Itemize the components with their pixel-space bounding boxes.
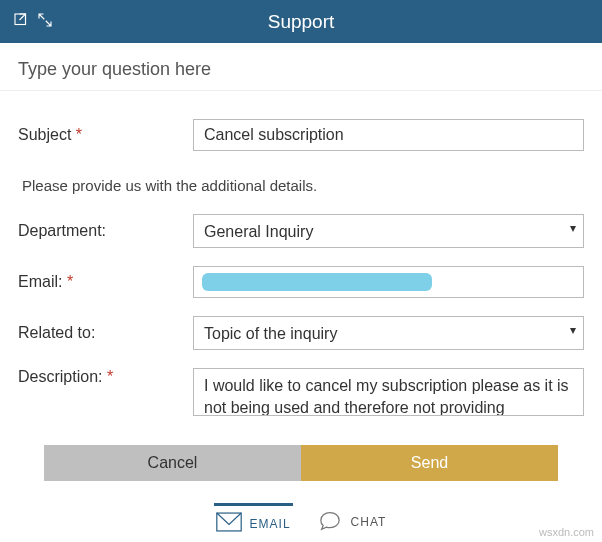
tab-email-label: EMAIL bbox=[250, 517, 291, 531]
watermark: wsxdn.com bbox=[539, 526, 594, 538]
email-label: Email: * bbox=[18, 273, 193, 291]
tab-email[interactable]: EMAIL bbox=[214, 503, 293, 541]
related-to-select[interactable]: Topic of the inquiry bbox=[193, 316, 584, 350]
department-label: Department: bbox=[18, 222, 193, 240]
chat-icon bbox=[317, 511, 343, 534]
subject-label: Subject * bbox=[18, 126, 193, 144]
description-label: Description: * bbox=[18, 368, 193, 386]
cancel-button[interactable]: Cancel bbox=[44, 445, 301, 481]
header-bar: Support bbox=[0, 0, 602, 43]
popout-icon[interactable] bbox=[12, 11, 30, 32]
instruction-text: Please provide us with the additional de… bbox=[18, 169, 584, 196]
subject-input[interactable] bbox=[193, 119, 584, 151]
related-to-label: Related to: bbox=[18, 324, 193, 342]
email-icon bbox=[216, 512, 242, 535]
send-button[interactable]: Send bbox=[301, 445, 558, 481]
department-select[interactable]: General Inquiry bbox=[193, 214, 584, 248]
expand-icon[interactable] bbox=[36, 11, 54, 32]
tab-chat-label: CHAT bbox=[351, 515, 387, 529]
email-input[interactable] bbox=[193, 266, 584, 298]
email-redacted bbox=[202, 273, 432, 291]
page-title: Support bbox=[0, 11, 602, 33]
question-input[interactable]: Type your question here bbox=[0, 43, 602, 91]
description-textarea[interactable] bbox=[193, 368, 584, 416]
tab-chat[interactable]: CHAT bbox=[315, 505, 389, 540]
